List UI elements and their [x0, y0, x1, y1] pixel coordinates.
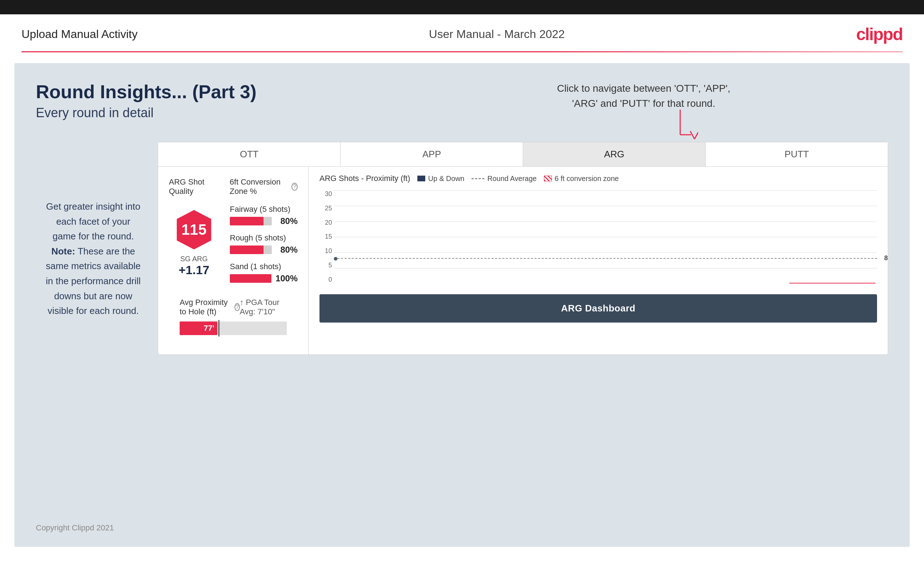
desc-line5: same metrics available [46, 261, 141, 271]
shot-row-rough: Rough (5 shots) 80% [230, 233, 297, 255]
sand-bar: 100% [230, 274, 297, 284]
pga-label: ↑ PGA Tour Avg: 7'10" [240, 298, 287, 316]
copyright: Copyright Clippd 2021 [36, 523, 114, 532]
nav-hint: Click to navigate between 'OTT', 'APP', … [557, 81, 730, 111]
desc-line7: downs but are now [54, 291, 132, 301]
hex-number: 115 [181, 221, 207, 239]
legend-dashed-line [472, 178, 485, 179]
page-subtitle: Every round in detail [36, 105, 888, 121]
ref-line-dot [334, 257, 338, 261]
proximity-bar-fill: 77' [179, 321, 217, 335]
fairway-bar: 80% [230, 216, 297, 226]
panel-header: ARG Shot Quality 6ft Conversion Zone % ? [169, 177, 297, 196]
bar-chart: 30 25 20 15 10 5 0 [320, 190, 877, 291]
tab-app[interactable]: APP [341, 142, 523, 166]
help-icon[interactable]: ? [291, 183, 297, 191]
proximity-header: Avg Proximity to Hole (ft) ? ↑ PGA Tour … [179, 298, 287, 316]
fairway-bar-fill [230, 217, 263, 226]
desc-line3: game for the round. [53, 231, 134, 242]
grid-line-20 [334, 221, 877, 222]
desc-line4: These are the [75, 246, 135, 256]
rough-label: Rough (5 shots) [230, 233, 297, 243]
header-divider [21, 51, 903, 52]
y-label-5: 5 [320, 262, 332, 269]
bar-group-11 [789, 283, 876, 284]
arg-dashboard-button[interactable]: ARG Dashboard [320, 294, 877, 322]
shot-quality-bars: Fairway (5 shots) 80% Rough (5 shots) [230, 205, 297, 291]
shot-quality-layout: 115 SG ARG +1.17 Fairway (5 shots) [169, 205, 297, 291]
rough-bar: 80% [230, 245, 297, 255]
tab-arg[interactable]: ARG [523, 142, 706, 166]
rough-pct: 80% [276, 245, 297, 255]
legend-round-avg: Round Average [472, 174, 537, 183]
ref-line: 8 [334, 258, 877, 259]
sg-value: +1.17 [179, 263, 209, 277]
chart-header: ARG Shots - Proximity (ft) Up & Down Rou… [320, 174, 877, 183]
nav-hint-line1: Click to navigate between 'OTT', 'APP', [557, 83, 730, 94]
fairway-bar-track [230, 217, 272, 226]
widget-body: ARG Shot Quality 6ft Conversion Zone % ? [158, 167, 888, 355]
proximity-label: Avg Proximity to Hole (ft) ? [179, 298, 240, 316]
right-panel: ARG Shots - Proximity (ft) Up & Down Rou… [309, 167, 888, 355]
sand-pct: 100% [276, 274, 297, 284]
y-label-20: 20 [320, 219, 332, 227]
chart-grid [334, 190, 877, 284]
tab-putt[interactable]: PUTT [706, 142, 888, 166]
y-axis: 30 25 20 15 10 5 0 [320, 190, 332, 291]
sand-label: Sand (1 shots) [230, 262, 297, 271]
proximity-section: Avg Proximity to Hole (ft) ? ↑ PGA Tour … [169, 291, 297, 344]
y-label-25: 25 [320, 205, 332, 212]
y-label-30: 30 [320, 190, 332, 198]
proximity-cursor [218, 320, 220, 337]
left-description: Get greater insight into each facet of y… [36, 199, 150, 319]
legend-up-down: Up & Down [417, 174, 464, 183]
hex-sg-column: 115 SG ARG +1.17 [169, 205, 219, 277]
left-panel: ARG Shot Quality 6ft Conversion Zone % ? [158, 167, 309, 355]
rough-bar-fill [230, 245, 263, 254]
grid-line-5 [334, 268, 877, 268]
legend-conversion-zone: 6 ft conversion zone [544, 174, 619, 183]
footer: Copyright Clippd 2021 [36, 523, 114, 533]
grid-line-25 [334, 206, 877, 206]
grid-line-10 [334, 252, 877, 253]
ref-line-label: 8 [884, 255, 888, 262]
proximity-value: 77' [204, 324, 215, 333]
fairway-pct: 80% [276, 216, 297, 226]
grid-line-30 [334, 190, 877, 191]
sand-bar-fill [230, 274, 271, 283]
tab-bar: OTT APP ARG PUTT [158, 142, 888, 167]
fairway-label: Fairway (5 shots) [230, 205, 297, 214]
chart-area: 8 [334, 190, 877, 284]
proximity-help-icon[interactable]: ? [234, 303, 240, 311]
desc-line2: each facet of your [56, 216, 131, 227]
y-label-15: 15 [320, 233, 332, 240]
shot-row-sand: Sand (1 shots) 100% [230, 262, 297, 284]
tab-ott[interactable]: OTT [158, 142, 341, 166]
legend-hatched-box [544, 176, 552, 181]
shot-row-fairway: Fairway (5 shots) 80% [230, 205, 297, 226]
top-bar [0, 0, 924, 15]
desc-line1: Get greater insight into [46, 201, 140, 212]
upload-label: Upload Manual Activity [21, 27, 138, 41]
user-manual-label: User Manual - March 2022 [429, 27, 565, 41]
arg-shot-quality-label: ARG Shot Quality [169, 177, 215, 196]
hex-badge: 115 [174, 208, 214, 251]
legend-box-dark [417, 176, 425, 181]
sand-bar-track [230, 274, 271, 283]
proximity-bar-track: 77' [179, 321, 287, 335]
svg-line-3 [695, 131, 698, 139]
rough-bar-track [230, 245, 272, 254]
desc-note: Note: [51, 246, 75, 256]
y-label-10: 10 [320, 247, 332, 255]
header: Upload Manual Activity User Manual - Mar… [0, 15, 924, 51]
nav-hint-line2: 'ARG' and 'PUTT' for that round. [572, 98, 715, 109]
bar-11-hatched [789, 283, 876, 284]
chart-title: ARG Shots - Proximity (ft) [320, 174, 410, 183]
bars-row [334, 283, 877, 284]
main-content: Round Insights... (Part 3) Every round i… [15, 63, 909, 547]
grid-line-15 [334, 237, 877, 237]
dashboard-widget: OTT APP ARG PUTT ARG Shot Quality [158, 142, 888, 355]
brand-logo: clippd [856, 24, 903, 44]
y-label-0: 0 [320, 276, 332, 284]
conversion-zone-label: 6ft Conversion Zone % ? [230, 177, 297, 196]
